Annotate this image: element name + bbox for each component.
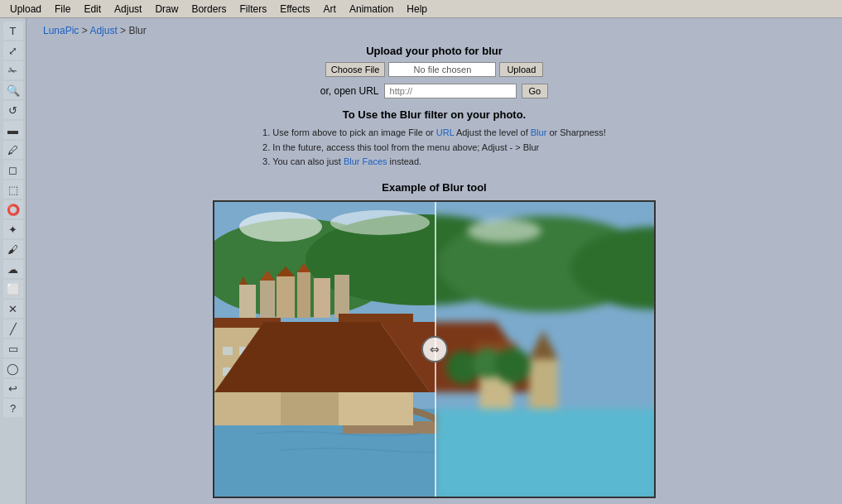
svg-point-39 <box>239 212 322 242</box>
menu-draw[interactable]: Draw <box>148 2 185 17</box>
svg-rect-74 <box>435 409 656 498</box>
upload-section: Upload your photo for blur Choose File N… <box>43 45 825 98</box>
compare-handle[interactable]: ⇔ <box>421 336 448 362</box>
tool-crop[interactable]: ✁ <box>3 61 23 79</box>
menu-upload[interactable]: Upload <box>3 2 48 17</box>
menu-art[interactable]: Art <box>317 2 343 17</box>
tool-fill[interactable]: ▬ <box>3 121 23 139</box>
menu-edit[interactable]: Edit <box>77 2 108 17</box>
svg-rect-8 <box>297 272 310 318</box>
tool-undo[interactable]: ↩ <box>3 379 23 397</box>
svg-point-77 <box>467 219 541 242</box>
breadcrumb-blur: Blur <box>128 25 146 36</box>
tool-ellipse[interactable]: ◯ <box>3 359 23 377</box>
image-compare-wrapper[interactable]: ⇔ <box>213 200 656 498</box>
tool-eraser[interactable]: ◻ <box>3 161 23 179</box>
svg-rect-6 <box>260 281 275 318</box>
menu-bar: Upload File Edit Adjust Draw Borders Fil… <box>0 0 842 18</box>
svg-point-73 <box>494 348 531 384</box>
tool-rotate[interactable]: ↺ <box>3 101 23 119</box>
step-3: 3. You can also just Blur Faces instead. <box>262 155 606 170</box>
file-row: Choose File No file chosen Upload <box>43 62 825 77</box>
menu-help[interactable]: Help <box>400 2 434 17</box>
step-1: 1. Use form above to pick an image File … <box>262 126 606 141</box>
instructions-title: To Use the Blur filter on your photo. <box>43 108 825 121</box>
breadcrumb-sep2: > <box>120 25 128 36</box>
svg-rect-5 <box>239 285 256 318</box>
upload-button[interactable]: Upload <box>499 62 543 77</box>
menu-animation[interactable]: Animation <box>343 2 400 17</box>
example-section: Example of Blur tool <box>43 181 825 504</box>
menu-adjust[interactable]: Adjust <box>108 2 148 17</box>
breadcrumb-adjust[interactable]: Adjust <box>89 25 117 36</box>
tool-rectangle[interactable]: ▭ <box>3 339 23 358</box>
menu-filters[interactable]: Filters <box>233 2 273 17</box>
svg-rect-10 <box>334 275 349 318</box>
url-or-label: or, open URL <box>320 85 379 97</box>
url-input[interactable] <box>384 84 517 98</box>
menu-file[interactable]: File <box>48 2 77 17</box>
upload-title: Upload your photo for blur <box>43 45 825 57</box>
url-link[interactable]: URL <box>436 127 455 137</box>
toolbar: T ⤢ ✁ 🔍 ↺ ▬ 🖊 ◻ ⬚ ⭕ ✦ 🖌 ☁ ⬜ ✕ ╱ ▭ ◯ ↩ ? <box>0 18 26 504</box>
svg-point-40 <box>330 210 430 235</box>
file-name-display: No file chosen <box>388 62 496 77</box>
instructions-list: 1. Use form above to pick an image File … <box>262 126 606 170</box>
tool-close[interactable]: ✕ <box>3 300 23 318</box>
breadcrumb: LunaPic > Adjust > Blur <box>43 25 825 36</box>
menu-borders[interactable]: Borders <box>185 2 233 17</box>
blur-faces-link[interactable]: Blur Faces <box>344 156 387 166</box>
breadcrumb-sep1: > <box>82 25 90 36</box>
tool-clone[interactable]: ✦ <box>3 220 23 238</box>
svg-rect-23 <box>223 347 233 355</box>
tool-smudge[interactable]: ☁ <box>3 260 23 278</box>
tool-help[interactable]: ? <box>3 399 23 417</box>
content-area: LunaPic > Adjust > Blur Upload your phot… <box>26 18 842 504</box>
tool-history[interactable]: ⬜ <box>3 280 23 298</box>
svg-rect-7 <box>277 276 295 318</box>
tool-zoom[interactable]: 🔍 <box>3 81 23 99</box>
instructions-section: To Use the Blur filter on your photo. 1.… <box>43 108 825 170</box>
tool-paint[interactable]: 🖊 <box>3 141 23 159</box>
tool-brush[interactable]: 🖌 <box>3 240 23 258</box>
go-button[interactable]: Go <box>522 84 549 98</box>
blur-link[interactable]: Blur <box>531 127 547 137</box>
svg-rect-69 <box>529 359 558 417</box>
example-title: Example of Blur tool <box>43 181 825 194</box>
choose-file-button[interactable]: Choose File <box>325 62 386 77</box>
breadcrumb-lunapic[interactable]: LunaPic <box>43 25 79 36</box>
tool-move[interactable]: ⤢ <box>3 41 23 60</box>
svg-rect-9 <box>314 278 330 318</box>
tool-select[interactable]: ⬚ <box>3 180 23 199</box>
tool-line[interactable]: ╱ <box>3 319 23 338</box>
handle-arrows-icon: ⇔ <box>430 343 440 356</box>
tool-lasso[interactable]: ⭕ <box>3 200 23 218</box>
tool-text[interactable]: T <box>3 22 23 40</box>
step-2: 2. In the future, access this tool from … <box>262 141 606 156</box>
url-row: or, open URL Go <box>43 84 825 98</box>
main-layout: T ⤢ ✁ 🔍 ↺ ▬ 🖊 ◻ ⬚ ⭕ ✦ 🖌 ☁ ⬜ ✕ ╱ ▭ ◯ ↩ ? … <box>0 18 842 504</box>
menu-effects[interactable]: Effects <box>273 2 316 17</box>
